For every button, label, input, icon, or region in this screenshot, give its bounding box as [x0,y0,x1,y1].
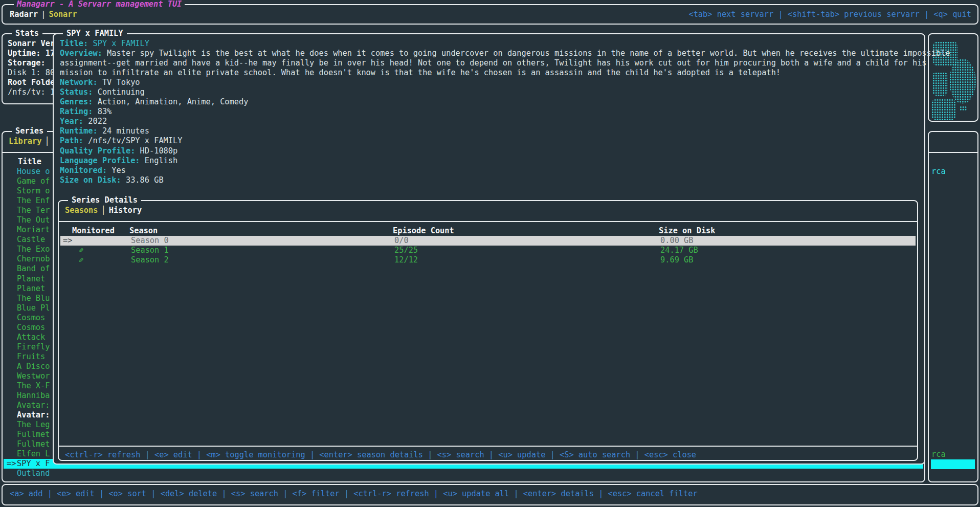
tab-separator: │ [41,137,52,146]
details-panel-title: Series Details [68,195,141,205]
popup-keybind-help: <ctrl-r> refresh | <e> edit | <m> toggle… [65,450,696,460]
series-panel-title: Series [12,126,47,136]
stats-line: Sonarr Ver [8,39,55,49]
series-field-line: Rating: 83% [60,107,921,117]
top-keybind-help: <tab> next servarr | <shift-tab> previou… [688,10,971,19]
app-title: Managarr - A Servarr management TUI [14,0,185,9]
column-size-on-disk: Size on Disk [659,226,716,236]
series-field-line: mission to infiltrate an elite private s… [60,68,921,78]
logo-dots-icon [932,72,948,96]
season-row[interactable]: => ✎ Season 0 0/0 0.00 GB [60,236,916,246]
tab-separator: | [38,10,49,19]
truncated-cell-text: rca [931,167,946,177]
tab-radarr[interactable]: Radarr [10,10,38,19]
column-episode-count: Episode Count [393,226,454,236]
bottom-bar-panel: <a> add | <e> edit | <o> sort | <del> de… [2,484,978,505]
divider [59,446,917,447]
selected-row-highlight [931,459,975,469]
series-field-line: Status: Continuing [60,87,921,97]
series-list-item[interactable]: Outland [4,469,923,478]
details-tabs: Seasons│History [65,206,142,215]
logo-panel [928,33,978,122]
right-background-panel: rca rca [928,131,978,482]
series-field-line: Monitored: Yes [60,166,921,175]
series-table-title-header: Title [18,157,41,167]
series-field-line: Year: 2022 [60,117,921,126]
bottom-keybind-help: <a> add | <e> edit | <o> sort | <del> de… [10,489,698,499]
logo-dots-icon [960,106,967,111]
tab-history[interactable]: History [109,206,142,215]
stats-line: Root Folde [8,78,55,87]
tab-separator: │ [98,206,108,215]
tab-library[interactable]: Library [9,137,41,146]
column-season: Season [129,226,158,236]
series-fields: Title: SPY x FAMILY Overview: Master spy… [60,39,921,185]
stats-line: Storage: [8,58,55,68]
top-bar-panel: Managarr - A Servarr management TUI Rada… [2,4,978,25]
stats-panel-title: Stats [12,29,42,38]
series-field-line: Path: /nfs/tv/SPY x FAMILY [60,136,921,146]
tab-seasons[interactable]: Seasons [65,206,98,215]
divider [929,152,977,153]
terminal-screen: Managarr - A Servarr management TUI Rada… [0,0,980,507]
seasons-table-header: Monitored Season Episode Count Size on D… [59,226,917,236]
series-field-line: Genres: Action, Animation, Anime, Comedy [60,97,921,107]
servarr-tabs: Radarr|Sonarr [10,10,77,19]
stats-line: /nfs/tv: 1 [8,87,55,97]
series-details-subpanel: Series Details Seasons│History Monitored… [58,200,918,461]
series-field-line: Quality Profile: HD-1080p [60,146,921,156]
stats-lines: Sonarr Ver Uptime: 17 Storage: Disk 1: 8… [8,39,55,97]
series-field-line: Overview: Master spy Twilight is the bes… [60,49,921,58]
series-tabs: Library│ [9,137,53,146]
monitored-tag-icon: ✎ [79,255,83,265]
truncated-cell-text: rca [931,450,946,459]
season-row[interactable]: ✎ Season 1 25/25 24.17 GB [60,246,916,255]
tab-sonarr[interactable]: Sonarr [49,10,77,19]
divider [59,221,917,222]
logo-dots-icon [931,99,956,120]
column-monitored: Monitored [72,226,115,236]
logo-dots-icon [949,59,976,104]
series-field-line: Network: TV Tokyo [60,78,921,87]
stats-line: Disk 1: 80 [8,68,55,78]
popup-title: SPY x FAMILY [63,29,127,38]
series-field-line: Language Profile: English [60,156,921,166]
series-details-popup: SPY x FAMILY Title: SPY x FAMILY Overvie… [53,33,925,465]
series-field-line: Runtime: 24 minutes [60,126,921,136]
seasons-table: => ✎ Season 0 0/0 0.00 GB ✎ Season 1 25/… [60,236,916,265]
series-field-line: Title: SPY x FAMILY [60,39,921,49]
season-row[interactable]: ✎ Season 2 12/12 9.69 GB [60,255,916,265]
series-field-line: assignment--get married and have a kid--… [60,58,921,68]
series-field-line: Size on Disk: 33.86 GB [60,175,921,185]
stats-line: Uptime: 17 [8,49,55,58]
monitored-tag-icon: ✎ [79,246,83,255]
